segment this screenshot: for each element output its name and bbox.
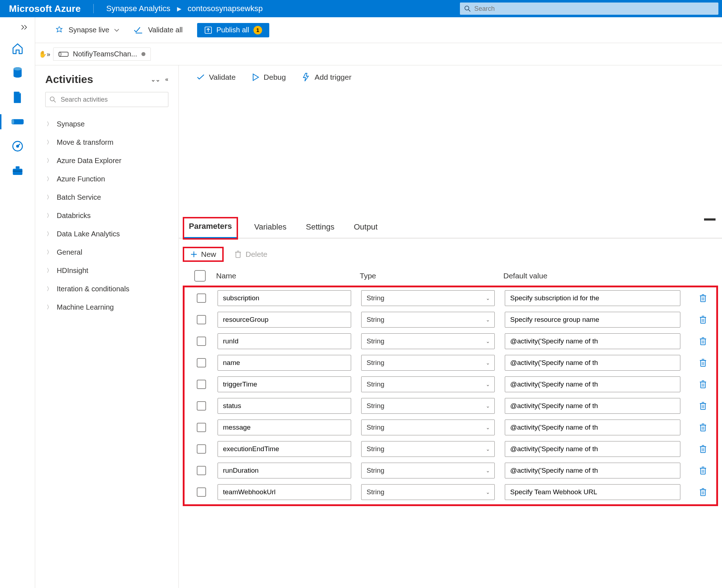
rail-item-monitor[interactable] (0, 136, 35, 157)
param-type-select[interactable]: String⌄ (361, 376, 495, 392)
rail-item-manage[interactable] (0, 160, 35, 181)
param-default-input[interactable] (505, 463, 680, 478)
row-checkbox[interactable] (197, 423, 206, 432)
publish-all-button[interactable]: Publish all 1 (197, 23, 269, 37)
row-delete-button[interactable] (690, 423, 716, 432)
validate-button[interactable]: Validate (197, 73, 236, 82)
activity-group[interactable]: 〉General (45, 243, 168, 261)
parameter-row: String⌄ (185, 333, 716, 349)
activities-search-input[interactable] (45, 92, 168, 107)
row-checkbox[interactable] (197, 380, 206, 389)
param-type-select[interactable]: String⌄ (361, 312, 495, 328)
synapse-live-dropdown[interactable]: Synapse live (55, 26, 119, 34)
activities-expand-all-icon[interactable]: ⌄⌄ (151, 76, 160, 83)
param-name-input[interactable] (218, 463, 351, 478)
param-type-select[interactable]: String⌄ (361, 420, 495, 435)
row-checkbox[interactable] (197, 401, 206, 411)
tab-output[interactable]: Output (351, 219, 379, 238)
row-delete-button[interactable] (690, 358, 716, 367)
row-checkbox[interactable] (197, 337, 206, 346)
param-default-input[interactable] (505, 441, 680, 457)
row-delete-button[interactable] (690, 488, 716, 496)
param-name-input[interactable] (218, 484, 351, 500)
svg-rect-23 (700, 296, 705, 301)
param-type-select[interactable]: String⌄ (361, 290, 495, 306)
activity-group[interactable]: 〉Databricks (45, 207, 168, 225)
row-delete-button[interactable] (690, 466, 716, 475)
param-name-input[interactable] (218, 420, 351, 435)
global-search-input[interactable] (460, 3, 718, 15)
debug-button[interactable]: Debug (252, 73, 286, 82)
panel-resize-handle[interactable] (704, 218, 716, 221)
tab-parameters[interactable]: Parameters (184, 218, 237, 239)
select-all-checkbox[interactable] (194, 270, 206, 282)
row-delete-button[interactable] (690, 337, 716, 346)
row-checkbox[interactable] (197, 466, 206, 475)
bottom-tabstrip: Parameters Variables Settings Output (179, 218, 722, 239)
param-type-select[interactable]: String⌄ (361, 484, 495, 500)
param-default-input[interactable] (505, 333, 680, 349)
activity-group[interactable]: 〉Move & transform (45, 133, 168, 152)
param-default-input[interactable] (505, 420, 680, 435)
rail-expand-button[interactable] (0, 20, 35, 34)
tab-settings[interactable]: Settings (304, 219, 337, 238)
param-type-select[interactable]: String⌄ (361, 441, 495, 457)
param-default-input[interactable] (505, 484, 680, 500)
param-name-input[interactable] (218, 398, 351, 414)
row-checkbox[interactable] (197, 444, 206, 454)
param-default-input[interactable] (505, 290, 680, 306)
param-default-input[interactable] (505, 355, 680, 371)
row-checkbox[interactable] (197, 358, 206, 367)
new-parameter-button[interactable]: New (184, 248, 223, 261)
azure-brand[interactable]: Microsoft Azure (9, 3, 81, 14)
svg-rect-33 (700, 339, 705, 344)
activity-group[interactable]: 〉Azure Function (45, 170, 168, 188)
param-default-input[interactable] (505, 376, 680, 392)
param-name-input[interactable] (218, 312, 351, 328)
param-type-select[interactable]: String⌄ (361, 398, 495, 414)
pipeline-canvas[interactable] (179, 89, 722, 218)
activity-group[interactable]: 〉Azure Data Explorer (45, 152, 168, 170)
activity-group[interactable]: 〉Iteration & conditionals (45, 280, 168, 298)
row-delete-button[interactable] (690, 402, 716, 410)
param-default-input[interactable] (505, 398, 680, 414)
param-type-select[interactable]: String⌄ (361, 333, 495, 349)
rail-item-home[interactable] (0, 38, 35, 59)
row-delete-button[interactable] (690, 294, 716, 302)
activities-collapse-icon[interactable]: « (165, 76, 168, 83)
activity-group-label: HDInsight (57, 267, 88, 275)
row-delete-button[interactable] (690, 380, 716, 389)
activity-group[interactable]: 〉Data Lake Analytics (45, 225, 168, 243)
rail-item-develop[interactable] (0, 87, 35, 108)
param-name-input[interactable] (218, 290, 351, 306)
activity-group[interactable]: 〉Batch Service (45, 188, 168, 207)
param-default-input[interactable] (505, 312, 680, 328)
param-type-select[interactable]: String⌄ (361, 355, 495, 371)
breadcrumb-workspace[interactable]: contososynapsewksp (188, 4, 263, 13)
param-type-select[interactable]: String⌄ (361, 463, 495, 478)
row-checkbox-cell (185, 487, 218, 497)
validate-all-button[interactable]: Validate all (134, 26, 182, 34)
param-name-input[interactable] (218, 355, 351, 371)
param-name-input[interactable] (218, 376, 351, 392)
breadcrumb-service[interactable]: Synapse Analytics (106, 4, 171, 13)
activity-group[interactable]: 〉Synapse (45, 115, 168, 133)
row-delete-button[interactable] (690, 315, 716, 324)
param-name-input[interactable] (218, 441, 351, 457)
rail-item-data[interactable] (0, 62, 35, 83)
rail-item-integrate[interactable] (0, 111, 35, 132)
main-area: Synapse live Validate all Publish all 1 … (35, 17, 722, 588)
activities-tree: 〉Synapse〉Move & transform〉Azure Data Exp… (45, 115, 168, 316)
row-checkbox[interactable] (197, 293, 206, 303)
pipeline-tab[interactable]: NotifiyTeamsChan... (53, 47, 151, 61)
svg-rect-20 (236, 252, 240, 258)
row-checkbox[interactable] (197, 315, 206, 324)
chevron-down-icon: ⌄ (486, 425, 490, 430)
activity-group[interactable]: 〉HDInsight (45, 261, 168, 280)
tab-variables[interactable]: Variables (252, 219, 289, 238)
param-name-input[interactable] (218, 333, 351, 349)
activity-group[interactable]: 〉Machine Learning (45, 298, 168, 316)
add-trigger-button[interactable]: Add trigger (302, 73, 351, 82)
row-checkbox[interactable] (197, 487, 206, 497)
row-delete-button[interactable] (690, 445, 716, 453)
